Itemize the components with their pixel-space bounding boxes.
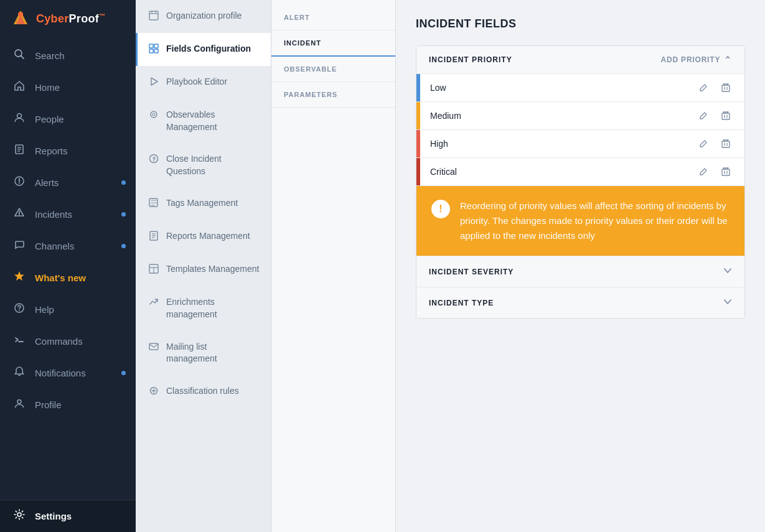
- close-incident-icon: [149, 154, 159, 166]
- sidebar-item-incidents[interactable]: Incidents: [0, 198, 136, 230]
- severity-section-title: INCIDENT SEVERITY: [429, 268, 514, 276]
- svg-rect-50: [722, 113, 730, 119]
- priority-label-low: Low: [420, 74, 695, 101]
- delete-critical-button[interactable]: [717, 163, 734, 180]
- secondary-nav-alert[interactable]: ALERT: [271, 5, 395, 30]
- logo-text: CyberProof™: [36, 12, 105, 26]
- svg-rect-26: [149, 49, 153, 53]
- search-icon: [12, 49, 26, 63]
- sidebar-item-people[interactable]: People: [0, 103, 136, 135]
- sidebar-item-profile-label: Profile: [35, 399, 62, 410]
- severity-section: INCIDENT SEVERITY: [416, 256, 744, 287]
- severity-section-header[interactable]: INCIDENT SEVERITY: [416, 256, 744, 287]
- mailing-list-icon: [149, 342, 159, 354]
- sidebar-item-help[interactable]: Help: [0, 294, 136, 325]
- sidebar-item-profile[interactable]: Profile: [0, 389, 136, 421]
- enrichments-label: Enrichments management: [166, 296, 260, 320]
- priority-label-medium: Medium: [420, 102, 695, 129]
- secondary-navigation: ALERT INCIDENT OBSERVABLE PARAMETERS: [271, 0, 396, 532]
- severity-chevron-icon: [723, 266, 732, 277]
- priority-actions-low: [695, 79, 744, 96]
- page-title: INCIDENT FIELDS: [416, 17, 745, 30]
- mid-sidebar-templates-mgmt[interactable]: Templates Management: [136, 253, 271, 286]
- sidebar-item-home[interactable]: Home: [0, 72, 136, 103]
- add-priority-label: ADD PRIORITY: [661, 55, 721, 64]
- commands-icon: [12, 334, 26, 348]
- warning-icon: !: [431, 200, 450, 218]
- templates-mgmt-icon: [149, 264, 159, 276]
- home-icon: [12, 80, 26, 95]
- sidebar-item-commands-label: Commands: [35, 336, 83, 347]
- svg-point-43: [153, 390, 155, 391]
- channels-icon: [12, 239, 26, 253]
- sidebar-item-whats-new[interactable]: What's new: [0, 262, 136, 294]
- svg-line-5: [21, 56, 24, 59]
- sidebar-item-alerts[interactable]: Alerts: [0, 167, 136, 198]
- priority-section-title: INCIDENT PRIORITY: [429, 55, 512, 64]
- svg-point-30: [153, 113, 155, 116]
- svg-marker-16: [14, 271, 24, 281]
- sidebar-item-reports[interactable]: Reports: [0, 135, 136, 167]
- mid-sidebar-classification[interactable]: Classification rules: [136, 375, 271, 408]
- observables-mgmt-icon: [149, 110, 159, 122]
- sidebar-item-settings[interactable]: Settings: [0, 500, 136, 532]
- secondary-nav-observable[interactable]: OBSERVABLE: [271, 57, 395, 82]
- reports-icon: [12, 144, 26, 158]
- mid-sidebar-tags-mgmt[interactable]: Tags Management: [136, 187, 271, 220]
- cyberproof-logo-icon: [10, 8, 31, 29]
- svg-point-15: [19, 215, 20, 216]
- incidents-dot: [121, 212, 126, 217]
- sidebar-item-people-label: People: [35, 114, 64, 124]
- logo-area[interactable]: CyberProof™: [0, 0, 136, 37]
- svg-rect-22: [149, 11, 158, 20]
- sidebar-item-search[interactable]: Search: [0, 40, 136, 72]
- classification-label: Classification rules: [166, 385, 239, 398]
- sidebar-item-whats-new-label: What's new: [35, 273, 86, 283]
- sidebar-item-notifications-label: Notifications: [35, 368, 86, 378]
- fields-config-icon: [149, 44, 159, 56]
- fields-config-label: Fields Configuration: [166, 43, 251, 55]
- sidebar-item-channels[interactable]: Channels: [0, 230, 136, 262]
- edit-medium-button[interactable]: [695, 107, 712, 124]
- mid-sidebar: Organization profile Fields Configuratio…: [136, 0, 271, 532]
- incidents-icon: [12, 207, 26, 222]
- svg-point-29: [151, 111, 157, 118]
- mid-sidebar-observables-mgmt[interactable]: Observables Management: [136, 99, 271, 143]
- observables-mgmt-label: Observables Management: [166, 109, 260, 133]
- sidebar-item-notifications[interactable]: Notifications: [0, 357, 136, 389]
- settings-icon: [12, 509, 26, 523]
- mid-sidebar-playbook-editor[interactable]: Playbook Editor: [136, 66, 271, 99]
- mid-sidebar-fields-config[interactable]: Fields Configuration: [136, 33, 271, 66]
- priority-row-high: High: [416, 130, 744, 158]
- mid-sidebar-reports-mgmt[interactable]: Reports Management: [136, 220, 271, 253]
- edit-critical-button[interactable]: [695, 163, 712, 180]
- edit-low-button[interactable]: [695, 79, 712, 96]
- svg-point-6: [17, 114, 22, 118]
- priority-section-header: INCIDENT PRIORITY ADD PRIORITY ⌃: [416, 46, 744, 74]
- delete-medium-button[interactable]: [717, 107, 734, 124]
- sidebar-item-commands[interactable]: Commands: [0, 325, 136, 357]
- sidebar-item-channels-label: Channels: [35, 241, 74, 251]
- svg-rect-25: [154, 44, 158, 48]
- delete-high-button[interactable]: [717, 135, 734, 152]
- whats-new-icon: [12, 271, 26, 285]
- mid-sidebar-enrichments[interactable]: Enrichments management: [136, 286, 271, 330]
- secondary-nav-parameters[interactable]: PARAMETERS: [271, 82, 395, 108]
- mid-sidebar-close-incident[interactable]: Close Incident Questions: [136, 143, 271, 187]
- mailing-list-label: Mailing list management: [166, 341, 260, 365]
- secondary-nav-incident[interactable]: INCIDENT: [271, 30, 395, 57]
- delete-low-button[interactable]: [717, 79, 734, 96]
- svg-rect-56: [722, 141, 730, 147]
- classification-icon: [149, 386, 159, 398]
- edit-high-button[interactable]: [695, 135, 712, 152]
- reports-mgmt-label: Reports Management: [166, 230, 250, 243]
- org-profile-icon: [149, 11, 159, 23]
- type-section-header[interactable]: INCIDENT TYPE: [416, 287, 744, 318]
- mid-sidebar-org-profile[interactable]: Organization profile: [136, 0, 271, 33]
- mid-sidebar-mailing-list[interactable]: Mailing list management: [136, 331, 271, 375]
- alerts-icon: [12, 175, 26, 190]
- add-priority-button[interactable]: ADD PRIORITY ⌃: [661, 55, 732, 65]
- nav-items-list: Search Home People Reports Alerts: [0, 37, 136, 532]
- sidebar-item-help-label: Help: [35, 304, 54, 315]
- priority-row-low: Low: [416, 74, 744, 102]
